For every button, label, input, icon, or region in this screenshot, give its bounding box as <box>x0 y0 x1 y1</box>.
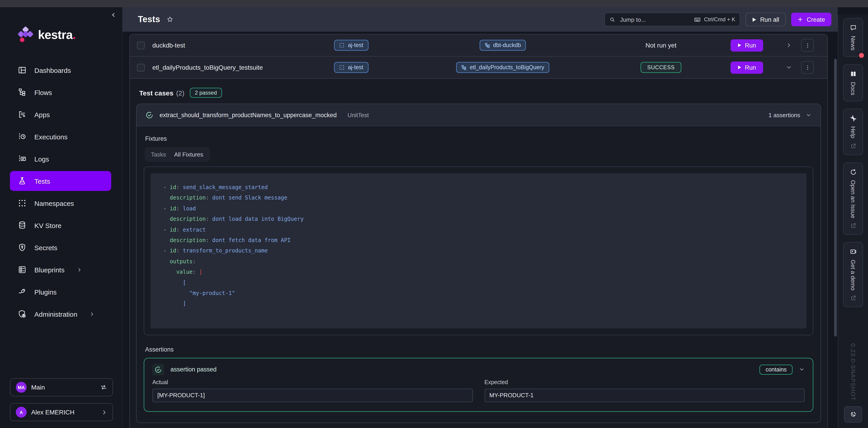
shield-account-icon <box>18 310 27 318</box>
sidebar-item-dashboards[interactable]: Dashboards <box>10 60 111 80</box>
sidebar-item-blueprints[interactable]: Blueprints <box>10 260 111 280</box>
code-line: description: dont send Slack message <box>151 193 807 204</box>
fixtures-code-block[interactable]: - id: send_slack_message_started descrip… <box>151 173 807 329</box>
namespace-badge[interactable]: aj-test <box>334 40 368 51</box>
scrollbar-thumb[interactable] <box>834 59 837 337</box>
check-circle-icon <box>152 364 164 375</box>
keyboard-shortcut: Ctrl/Cmd + K <box>694 16 735 23</box>
test-row-duckdb-test[interactable]: duckdb-test aj-test dbt-duckdb Not run y… <box>130 34 827 57</box>
jump-to-search[interactable]: Ctrl/Cmd + K <box>604 13 740 26</box>
sidebar-item-secrets[interactable]: Secrets <box>10 237 111 257</box>
test-case-body: Fixtures Tasks All Fixtures - id: send_s… <box>136 126 820 423</box>
tab-all-fixtures[interactable]: All Fixtures <box>174 151 203 158</box>
test-case-name: extract_should_transform_productNames_to… <box>160 112 337 118</box>
chevron-right-icon <box>90 312 94 316</box>
open-issue-button[interactable]: Open an Issue <box>843 163 863 235</box>
app-frame: kestra. Dashboards Flows Apps Executio <box>0 7 868 428</box>
viewport: kestra. Dashboards Flows Apps Executio <box>0 0 868 428</box>
actual-field: Actual <box>152 379 473 402</box>
sidebar-item-label: Apps <box>34 111 50 118</box>
notification-dot <box>858 52 865 59</box>
executions-icon <box>18 132 27 141</box>
test-case-header[interactable]: extract_should_transform_productNames_to… <box>136 104 820 126</box>
sidebar-item-apps[interactable]: Apps <box>10 105 111 124</box>
keyboard-icon <box>694 16 701 23</box>
row-menu-button[interactable] <box>801 61 814 74</box>
rail-label: Open an Issue <box>850 180 857 218</box>
dashboards-icon <box>18 66 27 75</box>
sidebar-item-label: Blueprints <box>34 266 64 274</box>
sidebar-item-namespaces[interactable]: Namespaces <box>10 193 111 213</box>
sidebar-item-label: Executions <box>34 133 68 141</box>
sidebar-item-tests[interactable]: Tests <box>10 171 111 191</box>
assertions-title: Assertions <box>145 346 813 353</box>
tab-tasks[interactable]: Tasks <box>151 151 166 158</box>
row-checkbox[interactable] <box>137 63 145 71</box>
favorite-star-icon[interactable] <box>166 16 174 23</box>
code-line: - id: extract <box>151 225 807 235</box>
sidebar-item-kv-store[interactable]: KV Store <box>10 216 111 235</box>
user-name: Alex EMERICH <box>31 408 74 416</box>
run-button[interactable]: Run <box>730 39 763 51</box>
run-label: Run <box>745 42 756 49</box>
collapse-chevron-icon[interactable] <box>785 64 792 70</box>
book-icon <box>850 70 857 77</box>
run-all-button[interactable]: Run all <box>746 13 786 26</box>
plus-icon <box>798 17 803 22</box>
expand-chevron-icon[interactable] <box>785 42 792 49</box>
flow-badge[interactable]: dbt-duckdb <box>479 40 526 51</box>
blueprints-icon <box>18 265 27 274</box>
code-line: "my-product-1" <box>151 288 807 299</box>
chevron-right-icon <box>76 267 82 272</box>
sidebar-collapse-icon[interactable] <box>111 12 116 18</box>
assertions-toggle[interactable]: 1 assertions <box>769 112 811 118</box>
theme-toggle-button[interactable] <box>844 406 862 423</box>
sidebar-item-flows[interactable]: Flows <box>10 82 111 102</box>
user-menu[interactable]: A Alex EMERICH <box>10 403 113 421</box>
workspace-switcher[interactable]: MA Main <box>10 378 113 396</box>
news-icon <box>850 24 857 31</box>
test-row-etl-testsuite[interactable]: etl_dailyProducts_toBigQuery_testsuite a… <box>130 57 827 79</box>
create-button[interactable]: Create <box>792 13 831 26</box>
code-line: [ <box>151 278 807 288</box>
code-line: - id: send_slack_message_started <box>151 182 807 193</box>
shortcut-label: Ctrl/Cmd + K <box>704 16 735 23</box>
sidebar-item-administration[interactable]: Administration <box>10 304 111 324</box>
assertion-status-label: assertion passed <box>170 366 217 373</box>
expected-label: Expected <box>485 379 805 386</box>
version-label: 0.23.0-SNAPSHOT <box>850 343 857 401</box>
test-name: duckdb-test <box>152 41 302 49</box>
help-button[interactable]: Help <box>843 109 863 155</box>
get-demo-button[interactable]: Get a demo <box>843 242 863 308</box>
play-icon <box>738 43 741 48</box>
test-case-card: extract_should_transform_productNames_to… <box>136 104 821 423</box>
github-icon <box>850 169 857 175</box>
kebab-icon <box>804 64 810 70</box>
kestra-logo[interactable]: kestra. <box>19 27 76 42</box>
flow-badge[interactable]: etl_dailyProducts_toBigQuery <box>456 62 549 73</box>
apps-icon <box>18 110 27 119</box>
play-icon <box>738 65 741 70</box>
run-label: Run <box>745 64 756 71</box>
external-link-icon <box>850 223 856 229</box>
expected-value-input[interactable] <box>485 389 805 402</box>
search-input[interactable] <box>619 16 690 23</box>
sidebar-item-plugins[interactable]: Plugins <box>10 282 111 302</box>
operator-badge[interactable]: contains <box>760 365 793 375</box>
row-checkbox[interactable] <box>137 41 145 49</box>
namespace-label: aj-test <box>348 64 363 70</box>
sidebar-item-executions[interactable]: Executions <box>10 127 111 147</box>
sidebar-item-logs[interactable]: Logs <box>10 149 111 169</box>
status-badge-success: SUCCESS <box>640 62 682 73</box>
row-menu-button[interactable] <box>801 39 814 52</box>
run-button[interactable]: Run <box>730 61 763 74</box>
shield-key-icon <box>18 243 27 252</box>
namespace-badge[interactable]: aj-test <box>334 62 368 73</box>
code-line: description: dont load data into BigQuer… <box>151 214 807 225</box>
actual-value-input[interactable] <box>152 389 473 402</box>
fixtures-title: Fixtures <box>145 135 813 142</box>
docs-button[interactable]: Docs <box>843 64 863 101</box>
sidebar-item-label: Flows <box>34 88 52 96</box>
check-circle-icon <box>146 111 153 119</box>
news-button[interactable]: News <box>843 18 863 57</box>
